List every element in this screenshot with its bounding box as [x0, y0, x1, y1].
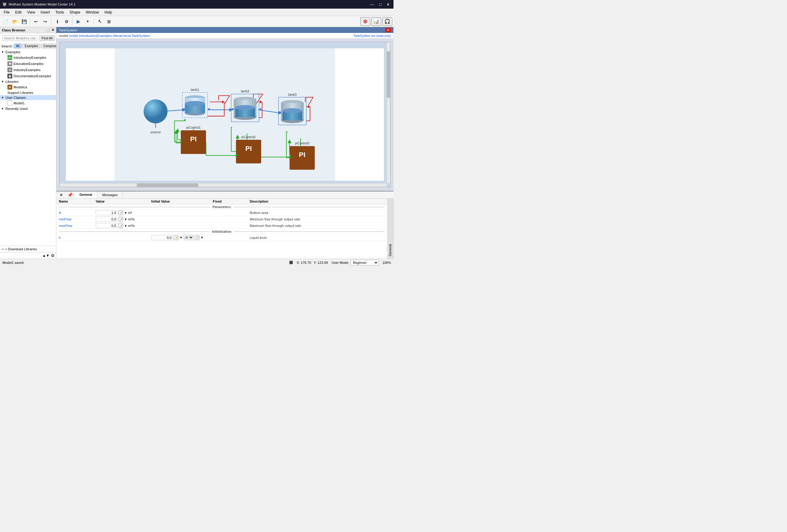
status-bar: Model1 saved. ⬛ X: 176.70 Y: 123.69 User…	[0, 259, 394, 266]
param-maxflow-name[interactable]: maxFlow	[59, 224, 96, 228]
bottom-panel-close[interactable]: ✕	[58, 192, 65, 198]
user-mode-select[interactable]: Beginner Intermediate Expert	[350, 260, 379, 265]
section-libraries[interactable]: ▼ Libraries	[0, 79, 56, 84]
model-close-button[interactable]: ✕	[385, 28, 391, 32]
bottom-panel: ✕ 📌 General Messages Name Value Initial …	[56, 191, 394, 259]
source-label: source	[150, 130, 161, 134]
title-controls[interactable]: — □ ✕	[369, 2, 391, 7]
section-recently-used[interactable]: ▼ Recently Used	[0, 106, 56, 111]
tab-messages[interactable]: Messages	[97, 192, 123, 198]
param-h-initial: 📝 ▼ m 📝 ▼	[151, 235, 213, 240]
param-minflow-dropdown[interactable]: ▼	[124, 218, 127, 221]
col-desc: Description	[250, 199, 385, 203]
class-browser-title: Class Browser	[2, 28, 25, 32]
content-area: TankSystem ✕ model model IntroductoryExa…	[56, 27, 394, 259]
user-mode-label: User Mode:	[332, 261, 349, 264]
sort-icon[interactable]: ▲▼	[42, 253, 49, 258]
connect-tool[interactable]: ⊞	[105, 17, 113, 26]
arrow-tool[interactable]: ↖	[95, 17, 104, 26]
save-button[interactable]: 💾	[20, 17, 28, 26]
menu-shape[interactable]: Shape	[67, 9, 83, 15]
download-libraries-button[interactable]: + + Download Libraries	[0, 246, 56, 252]
menu-file[interactable]: File	[1, 9, 12, 15]
item-documentation-examples[interactable]: 📋 DocumentationExamples	[0, 73, 56, 79]
download-icon: +	[2, 247, 4, 251]
class-browser-tree: ▼ Examples intro IntroductoryExamples 🖼 …	[0, 49, 56, 246]
general-tab-sidebar[interactable]: General	[387, 198, 394, 259]
param-h-dropdown[interactable]: ▼	[179, 236, 183, 239]
search-input[interactable]	[2, 36, 37, 41]
param-a-value: 📝 ▼ m²	[96, 210, 151, 215]
filter-all-button[interactable]: All	[14, 44, 22, 48]
section-examples[interactable]: ▼ Examples	[0, 49, 56, 55]
param-a-input[interactable]	[96, 210, 117, 215]
param-minflow-name[interactable]: minFlow	[59, 217, 96, 221]
wolfram-engine-button[interactable]: ❄	[360, 17, 370, 26]
item-support-libraries[interactable]: Support Libraries	[0, 90, 56, 95]
item-industry-examples[interactable]: ⚙ IndustryExamples	[0, 67, 56, 73]
param-a-name[interactable]: A	[59, 211, 96, 215]
param-a-edit[interactable]: 📝	[118, 210, 123, 215]
param-h-unit-edit[interactable]: 📝	[195, 235, 199, 240]
source-component[interactable]	[144, 100, 168, 124]
item-education-examples[interactable]: 🖼 EducationExamples	[0, 61, 56, 67]
model-path-link[interactable]: model IntroductoryExamples.Hierarchical.…	[69, 34, 150, 38]
tab-general[interactable]: General	[75, 191, 97, 198]
param-h-unit-select[interactable]: m	[184, 235, 194, 240]
menu-insert[interactable]: Insert	[38, 9, 52, 15]
bottom-panel-pin[interactable]: 📌	[66, 192, 75, 198]
svg-text:tank3: tank3	[288, 93, 297, 97]
class-browser-controls: ⬜ ✕	[46, 28, 54, 32]
param-h-input[interactable]	[151, 235, 173, 240]
new-button[interactable]: 📄	[1, 17, 10, 26]
simulate-button[interactable]: ▶	[74, 17, 83, 26]
libraries-arrow: ▼	[1, 80, 4, 83]
y-coord: Y: 123.69	[314, 261, 328, 264]
svg-text:piControl3: piControl3	[295, 142, 310, 145]
model-readonly: TankSystem.mo (read-only)	[354, 34, 391, 38]
title-bar: 🐺 Wolfram System Modeler Model Center 14…	[0, 0, 394, 8]
maximize-button[interactable]: □	[378, 2, 383, 7]
toolbar-separator-4	[93, 18, 94, 25]
svg-text:piControl1: piControl1	[186, 126, 201, 129]
cb-restore-icon[interactable]: ⬜	[46, 28, 50, 32]
item-model1[interactable]: Model1	[0, 100, 56, 106]
menu-window[interactable]: Window	[83, 9, 102, 15]
minimize-button[interactable]: —	[369, 2, 375, 7]
param-h-unit-dropdown[interactable]: ▼	[200, 236, 204, 239]
documentation-button[interactable]: 📊	[371, 17, 381, 26]
param-maxflow-edit[interactable]: 📝	[118, 223, 123, 228]
info-button[interactable]: ℹ	[53, 17, 62, 26]
item-introductory-examples[interactable]: intro IntroductoryExamples	[0, 55, 56, 61]
param-h-edit[interactable]: 📝	[174, 235, 178, 240]
param-h-desc: Liquid level	[250, 236, 385, 239]
diagram-svg[interactable]: source	[66, 48, 384, 181]
param-a-dropdown[interactable]: ▼	[124, 211, 127, 215]
examples-arrow: ▼	[1, 50, 4, 54]
settings-button[interactable]: ⚙	[62, 17, 71, 26]
menu-tools[interactable]: Tools	[53, 9, 66, 15]
item-modelica[interactable]: M Modelica	[0, 84, 56, 90]
menu-edit[interactable]: Edit	[13, 9, 24, 15]
undo-button[interactable]: ↩	[32, 17, 40, 26]
redo-button[interactable]: ↪	[41, 17, 49, 26]
param-minflow-input[interactable]	[96, 217, 117, 222]
simulate-dropdown[interactable]: ▼	[83, 17, 92, 26]
param-h-name[interactable]: h	[59, 236, 96, 239]
app-icon: 🐺	[2, 2, 7, 6]
filter-examples-button[interactable]: Examples	[22, 44, 40, 48]
menu-help[interactable]: Help	[102, 9, 114, 15]
param-minflow-edit[interactable]: 📝	[118, 217, 123, 222]
close-window-button[interactable]: ✕	[385, 2, 391, 7]
param-maxflow-dropdown[interactable]: ▼	[124, 224, 127, 228]
menu-view[interactable]: View	[25, 9, 38, 15]
support-button[interactable]: 🎧	[382, 17, 392, 26]
section-user-classes[interactable]: ▼ User Classes	[0, 95, 56, 100]
coord-display: X: 176.70 Y: 123.69	[297, 261, 328, 264]
open-button[interactable]: 📂	[10, 17, 19, 26]
param-maxflow-input[interactable]	[96, 223, 117, 228]
settings-icon[interactable]: ⚙	[51, 253, 55, 258]
model1-icon	[7, 101, 12, 106]
find-all-button[interactable]: Find All	[39, 36, 55, 41]
cb-close-icon[interactable]: ✕	[51, 28, 54, 32]
